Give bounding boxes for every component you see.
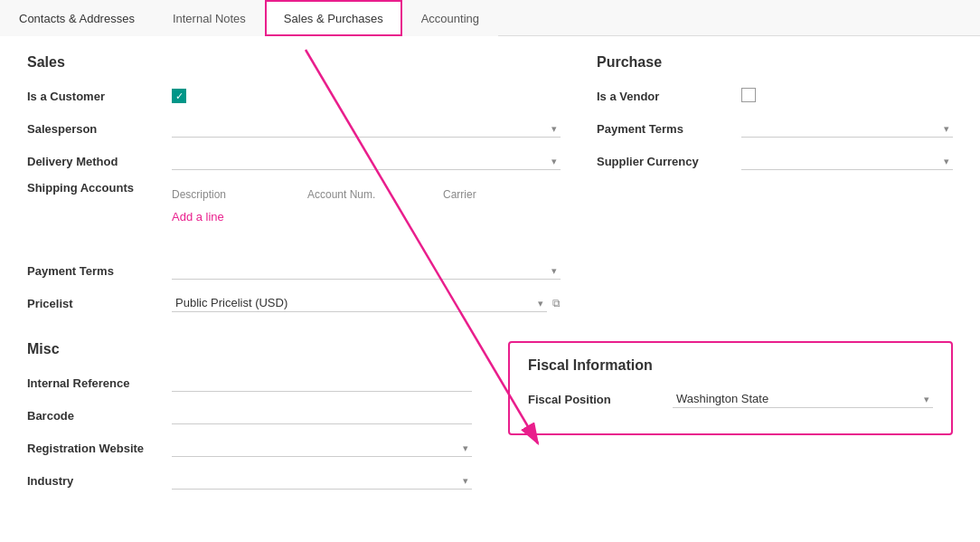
internal-reference-label: Internal Reference: [27, 376, 172, 390]
barcode-input[interactable]: [172, 406, 472, 424]
registration-website-select[interactable]: [172, 439, 472, 457]
supplier-currency-select[interactable]: [741, 152, 953, 170]
is-customer-checkbox[interactable]: [172, 89, 186, 103]
salesperson-label: Salesperson: [27, 122, 172, 136]
pricelist-select-wrap: Public Pricelist (USD): [172, 294, 547, 312]
pricelist-row: Pricelist Public Pricelist (USD) ⧉: [27, 290, 561, 316]
purchase-payment-terms-label: Payment Terms: [597, 122, 741, 136]
misc-title: Misc: [27, 341, 472, 357]
fiscal-position-row: Fiscal Position Washington State: [528, 386, 933, 412]
purchase-title: Purchase: [597, 54, 953, 71]
tab-sales-purchases[interactable]: Sales & Purchases: [265, 0, 402, 36]
lower-section: Misc Internal Reference Barcode: [27, 341, 953, 500]
delivery-method-select-wrap: [172, 152, 561, 170]
purchase-payment-terms-select[interactable]: [741, 119, 953, 138]
col-account-num: Account Num.: [307, 188, 425, 201]
salesperson-select-wrap: [172, 119, 561, 138]
delivery-method-row: Delivery Method: [27, 148, 561, 174]
barcode-label: Barcode: [27, 409, 172, 423]
industry-select[interactable]: [172, 471, 472, 490]
tab-internal-notes[interactable]: Internal Notes: [154, 0, 265, 36]
tab-contacts[interactable]: Contacts & Addresses: [0, 0, 154, 36]
fiscal-position-label: Fiscal Position: [528, 393, 673, 406]
misc-section: Misc Internal Reference Barcode: [27, 341, 472, 500]
purchase-section: Purchase Is a Vendor Payment Terms: [597, 54, 953, 323]
payment-terms-select[interactable]: [172, 261, 561, 280]
add-line-button[interactable]: Add a line: [172, 210, 561, 223]
shipping-accounts-label: Shipping Accounts: [27, 181, 172, 195]
tabs-bar: Contacts & Addresses Internal Notes Sale…: [0, 0, 980, 36]
tab-accounting[interactable]: Accounting: [402, 0, 498, 36]
is-vendor-row: Is a Vendor: [597, 83, 953, 109]
pricelist-external-link-icon[interactable]: ⧉: [552, 297, 561, 309]
supplier-currency-row: Supplier Currency: [597, 148, 953, 174]
industry-wrap: [172, 471, 472, 490]
barcode-row: Barcode: [27, 403, 472, 428]
shipping-accounts-row: Shipping Accounts Description Account Nu…: [27, 181, 561, 223]
fiscal-section: Fiscal Information Fiscal Position Washi…: [508, 341, 953, 500]
fiscal-info-box: Fiscal Information Fiscal Position Washi…: [508, 341, 953, 435]
is-customer-label: Is a Customer: [27, 90, 172, 103]
sales-title: Sales: [27, 54, 561, 71]
registration-website-row: Registration Website: [27, 435, 472, 461]
registration-website-wrap: [172, 439, 472, 457]
salesperson-row: Salesperson: [27, 116, 561, 141]
shipping-table: Description Account Num. Carrier Add a l…: [172, 185, 561, 223]
is-vendor-label: Is a Vendor: [597, 90, 741, 103]
industry-row: Industry: [27, 468, 472, 493]
is-customer-row: Is a Customer: [27, 83, 561, 109]
supplier-currency-label: Supplier Currency: [597, 155, 741, 168]
fiscal-position-wrap: Washington State: [673, 390, 933, 408]
sales-payment-terms-row: Payment Terms: [27, 258, 561, 283]
supplier-currency-wrap: [741, 152, 953, 170]
delivery-method-select[interactable]: [172, 152, 561, 170]
col-carrier: Carrier: [443, 188, 561, 201]
is-vendor-checkbox[interactable]: [741, 88, 756, 102]
fiscal-title: Fiscal Information: [528, 357, 933, 374]
pricelist-select[interactable]: Public Pricelist (USD): [172, 294, 547, 312]
main-content: Sales Is a Customer Salesperson: [0, 36, 980, 518]
salesperson-select[interactable]: [172, 119, 561, 138]
sales-payment-terms-label: Payment Terms: [27, 264, 172, 278]
purchase-payment-terms-wrap: [741, 119, 953, 138]
internal-reference-row: Internal Reference: [27, 370, 472, 395]
shipping-table-header: Description Account Num. Carrier: [172, 185, 561, 204]
registration-website-label: Registration Website: [27, 442, 172, 455]
industry-label: Industry: [27, 474, 172, 488]
delivery-method-label: Delivery Method: [27, 155, 172, 168]
purchase-payment-terms-row: Payment Terms: [597, 116, 953, 141]
sales-section: Sales Is a Customer Salesperson: [27, 54, 561, 323]
payment-terms-select-wrap: [172, 261, 561, 280]
internal-reference-input[interactable]: [172, 374, 472, 392]
col-description: Description: [172, 188, 289, 201]
pricelist-label: Pricelist: [27, 297, 172, 310]
fiscal-position-select[interactable]: Washington State: [673, 390, 933, 408]
